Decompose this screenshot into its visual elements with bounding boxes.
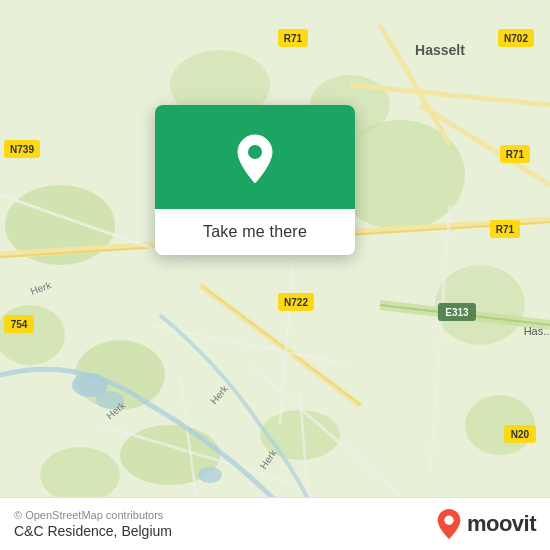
svg-text:Hasselt: Hasselt [415,42,465,58]
moovit-logo: moovit [435,508,536,540]
location-name: C&C Residence, Belgium [14,523,172,539]
svg-text:N20: N20 [511,429,530,440]
svg-point-56 [248,145,262,159]
bottom-left-info: © OpenStreetMap contributors C&C Residen… [14,509,172,539]
svg-point-14 [198,467,222,483]
svg-text:R71: R71 [496,224,515,235]
moovit-pin-icon [435,508,463,540]
bottom-bar: © OpenStreetMap contributors C&C Residen… [0,497,550,550]
take-me-there-button[interactable]: Take me there [155,209,355,255]
svg-text:N739: N739 [10,144,34,155]
popup-header [155,105,355,209]
svg-point-9 [40,447,120,503]
svg-text:754: 754 [11,319,28,330]
svg-text:E313: E313 [445,307,469,318]
svg-text:R71: R71 [506,149,525,160]
location-pin-icon [232,133,278,185]
map-background: R71 N702 R71 R71 N739 754 N722 E313 N20 … [0,0,550,550]
svg-text:N702: N702 [504,33,528,44]
svg-text:R71: R71 [284,33,303,44]
svg-text:Has...: Has... [524,325,550,337]
popup-card: Take me there [155,105,355,255]
svg-text:N722: N722 [284,297,308,308]
svg-point-57 [444,516,453,525]
map-container: R71 N702 R71 R71 N739 754 N722 E313 N20 … [0,0,550,550]
copyright-text: © OpenStreetMap contributors [14,509,172,521]
moovit-text: moovit [467,511,536,537]
